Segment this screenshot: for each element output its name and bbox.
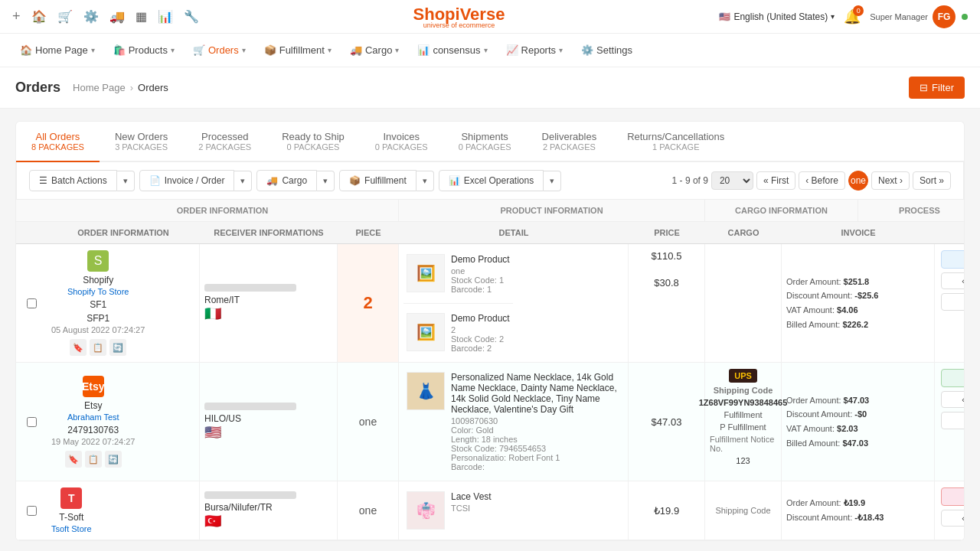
orders-nav-icon: 🛒 (193, 44, 205, 56)
row3-other-operations-button[interactable]: ‹ Other operations (941, 510, 965, 527)
row1-detail-button[interactable]: ✎ Detail (941, 293, 965, 311)
plus-icon[interactable]: + (12, 8, 21, 24)
batch-actions-group: ☰ Batch Actions ▾ (29, 170, 135, 191)
products-chevron-icon: ▾ (171, 46, 175, 54)
row1-checkbox[interactable] (27, 298, 37, 308)
row3-checkbox[interactable] (27, 506, 37, 516)
nav-orders[interactable]: 🛒 Orders ▾ (185, 34, 253, 67)
invoice-order-group: 📄 Invoice / Order ▾ (139, 170, 253, 191)
topbar-quick-actions: + 🏠 🛒 ⚙️ 🚚 ▦ 📊 🔧 (12, 8, 199, 24)
row3-piece-count: one (359, 504, 377, 517)
cart-icon[interactable]: 🛒 (57, 9, 73, 24)
row2-other-operations-button[interactable]: ‹ Other operations (941, 391, 965, 408)
row1-refresh-icon[interactable]: 🔄 (109, 339, 126, 356)
logo-tagline: universe of ecommerce (413, 21, 505, 29)
nav-settings[interactable]: ⚙️ Settings (573, 34, 640, 67)
batch-icon: ☰ (39, 175, 47, 186)
row3-cargo: Shipping Code (705, 481, 782, 540)
row2-copy-icon[interactable]: 📋 (85, 451, 102, 468)
gear-icon[interactable]: 🔧 (184, 9, 199, 24)
row2-product1-barcode: Barcode: (451, 462, 620, 471)
row2-detail-button[interactable]: ✎ Detail (941, 412, 965, 429)
column-headers: ORDER INFORMATION RECEIVER INFORMATIONS … (16, 222, 964, 244)
row1-bookmark-icon[interactable]: 🔖 (70, 339, 87, 356)
table-row: Etsy Etsy Abraham Test 2479130763 19 May… (16, 363, 964, 481)
sort-button[interactable]: Sort » (913, 171, 951, 190)
checkbox-col-header (16, 222, 47, 243)
tab-ready-to-ship[interactable]: Ready to Ship 0 PACKAGES (266, 122, 360, 161)
row1-receiver-name-blur (204, 284, 296, 292)
row2-refresh-icon[interactable]: 🔄 (105, 451, 122, 468)
page-size-select[interactable]: 20 50 100 (711, 171, 753, 190)
nav-orders-label: Orders (208, 44, 239, 56)
tab-shipments[interactable]: Shipments 0 PACKAGES (443, 122, 527, 161)
chart-icon[interactable]: 📊 (158, 9, 173, 24)
row1-store-link[interactable]: Shopify To Store (67, 287, 129, 296)
page-header: Orders Home Page › Orders ⊟ Filter (0, 67, 980, 109)
nav-products[interactable]: 🛍️ Products ▾ (106, 34, 182, 67)
excel-dropdown[interactable]: ▾ (544, 171, 561, 191)
row1-product2-code: 2 (451, 325, 510, 334)
settings-wheel-icon[interactable]: ⚙️ (83, 9, 99, 24)
row3-store-link[interactable]: Tsoft Store (51, 524, 92, 533)
row3-invoice-info: Order Amount: ₺19.9 Discount Amount: -₺1… (786, 496, 884, 524)
breadcrumb-home[interactable]: Home Page (73, 82, 126, 93)
nav-consensus[interactable]: 📊 consensus ▾ (410, 34, 495, 67)
fulfillment-button[interactable]: 📦 Fulfillment (339, 170, 416, 191)
row1-status-badge: New order (941, 250, 965, 269)
fulfillment-dropdown[interactable]: ▾ (416, 171, 434, 191)
filter-button[interactable]: ⊟ Filter (909, 77, 965, 99)
nav-cargo[interactable]: 🚚 Cargo ▾ (342, 34, 407, 67)
cargo-toolbar-icon: 🚚 (266, 175, 278, 186)
row1-copy-icon[interactable]: 📋 (90, 339, 106, 356)
nav-home[interactable]: 🏠 Home Page ▾ (12, 34, 103, 67)
row2-store-link[interactable]: Abraham Test (67, 412, 119, 422)
row1-flag-icon: 🇮🇹 (204, 305, 221, 322)
row1-product1-code: one (451, 266, 510, 276)
row2-product1-color: Color: Gold (451, 425, 620, 435)
language-selector[interactable]: 🇺🇸 English (United States) ▾ (719, 11, 835, 22)
prev-page-button[interactable]: ‹ Before (799, 171, 845, 190)
tab-invoices[interactable]: Invoices 0 PACKAGES (360, 122, 443, 161)
tab-all-orders-count: 8 PACKAGES (31, 142, 84, 152)
row1-other-operations-button[interactable]: ‹ Other operations (941, 272, 965, 289)
cargo-label: Cargo (282, 175, 307, 186)
invoice-order-button[interactable]: 📄 Invoice / Order (139, 170, 235, 191)
cargo-button[interactable]: 🚚 Cargo (256, 170, 317, 191)
row2-product1-id: 1009870630 (451, 416, 620, 425)
reports-nav-icon: 📈 (506, 44, 518, 56)
row2-order-date: 19 May 2022 07:24:27 (51, 437, 135, 446)
row2-location: HILO/US (204, 413, 241, 424)
section-headers: ORDER INFORMATION PRODUCT INFORMATION CA… (16, 200, 964, 222)
tab-processed[interactable]: Processed 2 PACKAGES (183, 122, 266, 161)
next-page-button[interactable]: Next › (871, 171, 910, 190)
tab-deliverables[interactable]: Deliverables 2 PACKAGES (527, 122, 612, 161)
excel-button[interactable]: 📊 Excel Operations (439, 170, 544, 191)
home-icon[interactable]: 🏠 (31, 9, 47, 24)
tab-all-orders-label: All Orders (36, 131, 80, 142)
truck-icon[interactable]: 🚚 (109, 9, 125, 24)
tab-new-orders[interactable]: New Orders 3 PACKAGES (100, 122, 183, 161)
nav-reports[interactable]: 📈 Reports ▾ (498, 34, 571, 67)
tab-all-orders[interactable]: All Orders 8 PACKAGES (16, 122, 100, 162)
invoice-order-dropdown[interactable]: ▾ (234, 171, 252, 191)
row2-checkbox[interactable] (27, 417, 37, 427)
consensus-chevron-icon: ▾ (484, 46, 488, 54)
row2-p-fulfillment: P Fulfillment (720, 422, 766, 432)
row2-bookmark-icon[interactable]: 🔖 (65, 451, 82, 468)
batch-actions-label: Batch Actions (51, 175, 107, 186)
row2-invoice-info: Order Amount: $47.03 Discount Amount: -$… (786, 393, 869, 451)
row2-fulfillment-notice: 123 (736, 456, 750, 465)
notification-bell[interactable]: 🔔 0 (844, 8, 861, 25)
settings-nav-icon: ⚙️ (581, 44, 593, 56)
tab-shipments-count: 0 PACKAGES (459, 142, 511, 152)
current-page-button[interactable]: one (848, 171, 868, 191)
tab-returns[interactable]: Returns/Cancellations 1 PACKAGE (612, 122, 740, 161)
batch-actions-button[interactable]: ☰ Batch Actions (29, 170, 117, 191)
grid-icon[interactable]: ▦ (136, 9, 147, 24)
row1-products: 🖼️ Demo Product one Stock Code: 1 Barcod… (399, 244, 629, 362)
batch-actions-dropdown[interactable]: ▾ (117, 171, 135, 191)
first-page-button[interactable]: « First (756, 171, 795, 190)
cargo-dropdown[interactable]: ▾ (317, 171, 335, 191)
nav-fulfillment[interactable]: 📦 Fulfillment ▾ (256, 34, 339, 67)
